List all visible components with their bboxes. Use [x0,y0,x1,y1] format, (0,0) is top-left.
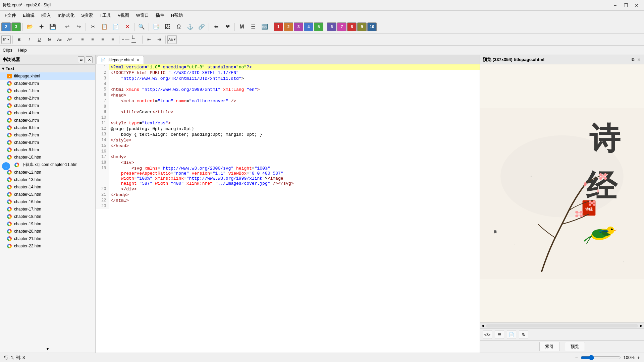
close-button[interactable]: ✕ [632,2,641,9]
code-content[interactable]: <html xmlns="http://www.w3.org/1999/xhtm… [109,87,480,93]
spellcheck-button[interactable]: 🔤 [259,22,270,32]
menu-format[interactable]: m格式化 [54,11,78,20]
menu-tools[interactable]: T工具 [96,11,114,20]
menu-window[interactable]: W窗口 [132,11,152,20]
zoom-slider[interactable] [581,355,621,360]
code-content[interactable]: <svg xmlns="http://www.w3.org/2000/svg" … [109,166,480,186]
zoom-in-button[interactable]: + [637,355,640,360]
font-size-dropdown[interactable]: Aa ▾ [167,35,177,44]
unordered-list-button[interactable]: • — [121,35,130,44]
refresh-button[interactable]: ↻ [519,330,528,339]
num-1[interactable]: 1 [274,22,283,31]
code-content[interactable] [109,115,480,120]
align-right-button[interactable]: ≡ [98,35,107,44]
code-editor[interactable]: 1 <?xml version="1.0" encoding="utf-8" s… [96,64,480,353]
num-6[interactable]: 6 [327,22,336,31]
code-content[interactable]: </body> [109,192,480,198]
menu-insert[interactable]: I插入 [38,11,55,20]
code-content[interactable] [109,149,480,154]
underline-button[interactable]: U [35,35,44,44]
file-item-ch20[interactable]: chapter-20.htm [0,228,95,235]
scroll-track[interactable] [486,324,638,327]
file-item-ch19[interactable]: chapter-19.htm [0,220,95,228]
file-item-ch15[interactable]: chapter-15.htm [0,191,95,198]
doc-view-button[interactable]: 📄 [507,330,516,339]
code-content[interactable]: <div> [109,160,480,166]
file-item-titlepage[interactable]: x titlepage.xhtml [0,72,95,80]
tab-titlepage[interactable]: 📄 titlepage.xhtml ✕ [97,56,144,64]
maximize-button[interactable]: ❐ [621,2,631,9]
help-item[interactable]: Help [18,48,27,53]
code-content[interactable]: </div> [109,186,480,192]
superscript-button[interactable]: A² [65,35,74,44]
index-button[interactable]: 索引 [539,342,559,351]
code-content[interactable]: <?xml version="1.0" encoding="utf-8" sta… [109,64,480,70]
decrease-indent-button[interactable]: ⇤ [144,35,154,44]
badge-3[interactable]: 3 [11,22,21,31]
panel-close-button[interactable]: ✕ [86,56,93,63]
code-content[interactable]: <title>Cover</title> [109,109,480,115]
file-item-ch3[interactable]: chapter-3.htm [0,102,95,109]
strikethrough-button[interactable]: S [45,35,54,44]
back-button[interactable]: ⬅ [211,22,221,32]
clips-item[interactable]: Clips [3,48,12,53]
code-content[interactable]: @page {padding: 0pt; margin:0pt} [109,126,480,132]
file-item-ch13[interactable]: chapter-13.htm [0,176,95,183]
menu-view[interactable]: V视图 [114,11,133,20]
file-item-ch22[interactable]: chapter-22.htm [0,242,95,250]
italic-button[interactable]: I [24,35,34,44]
increase-indent-button[interactable]: ⇥ [154,35,164,44]
code-content[interactable]: <style type="text/css"> [109,120,480,126]
preview-nav-button[interactable]: 预览 [565,342,585,351]
code-content[interactable]: <meta content="true" name="calibre:cover… [109,98,480,104]
menu-search[interactable]: S搜索 [78,11,96,20]
code-view-button[interactable]: </> [483,330,492,339]
code-content[interactable] [109,104,480,109]
num-4[interactable]: 4 [304,22,313,31]
toc-button[interactable]: ☰ [248,22,259,32]
ordered-list-button[interactable]: 1. — [131,35,141,44]
badge-2[interactable]: 2 [1,22,11,31]
file-item-ch1[interactable]: chapter-1.htm [0,87,95,95]
meta-button[interactable]: M [236,22,247,32]
list-view-button[interactable]: ☰ [495,330,504,339]
align-left-button[interactable]: ≡ [78,35,87,44]
file-item-ch18[interactable]: chapter-18.htm [0,213,95,220]
file-item-ch6[interactable]: chapter-6.htm [0,124,95,131]
bookmark-button[interactable]: ❤ [222,22,233,32]
copy-button[interactable]: 📋 [99,22,110,32]
file-item-ch5[interactable]: chapter-5.htm [0,117,95,124]
file-item-ch4[interactable]: chapter-4.htm [0,109,95,117]
cut-button[interactable]: ✂ [88,22,98,32]
link-button[interactable]: 🔗 [196,22,207,32]
scroll-right-button[interactable]: ▶ [639,323,644,329]
tree-section-text[interactable]: ▾ Text [0,65,95,72]
num-5[interactable]: 5 [314,22,323,31]
code-content[interactable]: "http://www.w3.org/TR/xhtml11/DTD/xhtml1… [109,76,480,81]
paste-button[interactable]: 📄 [110,22,121,32]
code-content[interactable]: </html> [109,198,480,203]
bold-button[interactable]: B [14,35,24,44]
scroll-left-button[interactable]: ◀ [480,323,485,329]
save-button[interactable]: 💾 [47,22,58,32]
code-content[interactable] [109,81,480,87]
heading-dropdown[interactable]: h* ▾ [1,35,11,44]
align-center-button[interactable]: ≡ [88,35,97,44]
panel-float-button[interactable]: ⧉ [78,56,85,63]
special-char-button[interactable]: Ω [173,22,184,32]
num-2[interactable]: 2 [284,22,293,31]
file-item-ch21[interactable]: chapter-21.htm [0,235,95,242]
anchor-button[interactable]: ⚓ [185,22,196,32]
zoom-out-button[interactable]: − [575,355,578,360]
open-button[interactable]: 📂 [24,22,35,32]
file-item-ch0[interactable]: chapter-0.htm [0,80,95,87]
code-content[interactable] [109,203,480,209]
undo-button[interactable]: ↩ [62,22,72,32]
file-item-ch9[interactable]: chapter-9.htm [0,146,95,154]
menu-plugins[interactable]: 插件 [152,11,168,20]
code-content[interactable]: </style> [109,137,480,143]
new-button[interactable]: ✚ [36,22,47,32]
redo-button[interactable]: ↪ [73,22,84,32]
file-item-ch16[interactable]: chapter-16.htm [0,198,95,205]
tree-scroll-down[interactable]: ▼ [0,345,95,353]
